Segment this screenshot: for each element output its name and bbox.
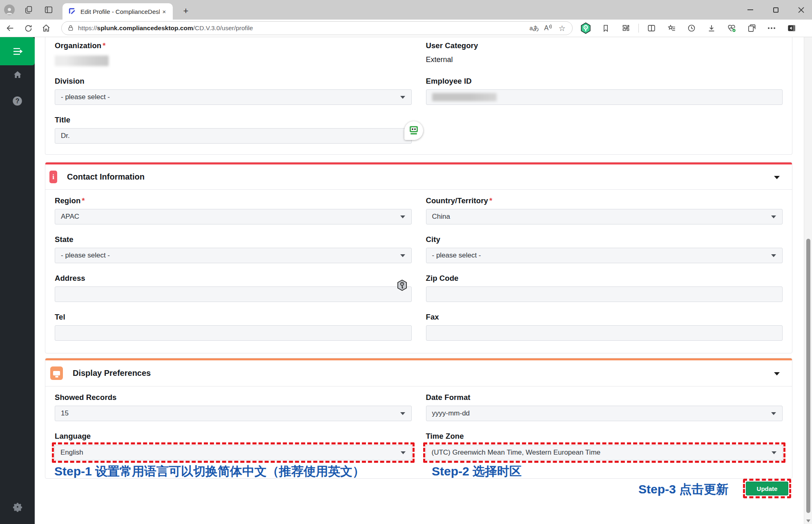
employee-id-field[interactable] bbox=[426, 89, 783, 105]
dropdown-caret-icon bbox=[771, 412, 776, 415]
extensions-puzzle-icon[interactable] bbox=[618, 21, 634, 35]
zip-code-input[interactable] bbox=[426, 286, 783, 302]
display-section-header[interactable]: Display Preferences bbox=[45, 360, 792, 386]
roboform-autofill-icon[interactable] bbox=[404, 121, 423, 140]
workspaces-icon[interactable] bbox=[24, 4, 34, 15]
back-button[interactable] bbox=[2, 21, 18, 35]
collections-icon[interactable] bbox=[743, 21, 760, 35]
copilot-sidebar-icon[interactable] bbox=[783, 21, 800, 35]
sidebar-home-button[interactable] bbox=[0, 70, 35, 80]
contact-section-header[interactable]: i Contact Information bbox=[45, 164, 792, 189]
dropdown-caret-icon bbox=[400, 412, 405, 415]
url-text[interactable]: https://splunk.compliancedesktop.com/CD.… bbox=[78, 24, 527, 32]
monitor-icon bbox=[50, 366, 63, 380]
compliancedesktop-favicon bbox=[68, 7, 76, 16]
dropdown-caret-icon bbox=[771, 215, 776, 218]
step3-annotation: Step-3 点击更新 bbox=[638, 481, 728, 498]
display-section-title: Display Preferences bbox=[73, 369, 151, 378]
tel-label: Tel bbox=[55, 313, 412, 322]
scrollbar-down-arrow[interactable] bbox=[806, 520, 810, 522]
roboform-extension-icon[interactable] bbox=[578, 21, 594, 35]
collapse-chevron-icon[interactable] bbox=[774, 372, 780, 375]
fax-label: Fax bbox=[426, 313, 783, 322]
refresh-button[interactable] bbox=[20, 21, 36, 35]
language-select[interactable]: English bbox=[54, 445, 412, 460]
update-button[interactable]: Update bbox=[746, 482, 788, 495]
date-format-select[interactable]: yyyy-mm-dd bbox=[426, 406, 783, 421]
timezone-label: Time Zone bbox=[426, 432, 783, 441]
collapse-chevron-icon[interactable] bbox=[774, 176, 780, 179]
window-maximize-button[interactable] bbox=[770, 4, 781, 15]
update-highlight-box: Update bbox=[743, 479, 791, 498]
profile-avatar[interactable] bbox=[4, 4, 15, 15]
dropdown-caret-icon bbox=[771, 254, 776, 257]
contact-section-title: Contact Information bbox=[67, 172, 145, 182]
svg-text:?: ? bbox=[16, 98, 20, 104]
title-input[interactable] bbox=[55, 128, 412, 144]
browser-toolbar: https://splunk.compliancedesktop.com/CD.… bbox=[0, 20, 812, 37]
employee-id-value-redacted bbox=[432, 93, 497, 101]
dropdown-caret-icon bbox=[401, 451, 406, 454]
hamburger-menu-icon bbox=[11, 46, 24, 57]
browser-essentials-icon[interactable] bbox=[723, 21, 740, 35]
browser-tab[interactable]: Edit Profile - ComplianceDesktop × bbox=[62, 3, 173, 20]
contact-information-card: i Contact Information Region* APAC Count… bbox=[45, 162, 792, 353]
tel-input[interactable] bbox=[55, 325, 412, 341]
required-asterisk: * bbox=[489, 196, 492, 205]
region-select[interactable]: APAC bbox=[55, 209, 412, 224]
country-select[interactable]: China bbox=[426, 209, 783, 224]
showed-records-label: Showed Records bbox=[55, 393, 412, 402]
organization-label: Organization* bbox=[55, 41, 412, 50]
dropdown-caret-icon bbox=[772, 451, 776, 454]
city-label: City bbox=[426, 235, 783, 244]
timezone-select[interactable]: (UTC) Greenwich Mean Time, Western Europ… bbox=[426, 445, 783, 460]
home-icon bbox=[12, 70, 23, 80]
more-options-icon[interactable] bbox=[763, 21, 780, 35]
url-domain: splunk.compliancedesktop.com bbox=[97, 24, 193, 31]
city-select[interactable]: - please select - bbox=[426, 248, 783, 263]
window-close-button[interactable] bbox=[796, 4, 806, 15]
address-bar[interactable]: https://splunk.compliancedesktop.com/CD.… bbox=[61, 21, 573, 35]
new-tab-button[interactable]: + bbox=[180, 5, 192, 17]
employee-id-label: Employee ID bbox=[426, 77, 783, 86]
sidebar-menu-button[interactable] bbox=[0, 37, 35, 65]
home-button[interactable] bbox=[38, 21, 54, 35]
sidebar-help-button[interactable]: ? bbox=[0, 95, 35, 107]
page-scrollbar[interactable] bbox=[804, 37, 812, 524]
read-aloud-icon[interactable]: A bbox=[541, 22, 555, 34]
bookmark-icon[interactable] bbox=[598, 21, 614, 35]
showed-records-select[interactable]: 15 bbox=[55, 406, 412, 421]
scrollbar-thumb[interactable] bbox=[806, 239, 810, 513]
fax-input[interactable] bbox=[426, 325, 783, 341]
info-icon: i bbox=[49, 171, 57, 183]
help-icon: ? bbox=[12, 95, 23, 107]
division-select[interactable]: - please select - bbox=[55, 89, 412, 105]
favorites-icon[interactable] bbox=[663, 21, 680, 35]
region-label: Region* bbox=[55, 196, 412, 205]
country-label: Country/Territory* bbox=[426, 196, 783, 205]
sidebar-settings-button[interactable] bbox=[0, 502, 35, 512]
gear-icon bbox=[12, 502, 23, 512]
roboform-key-icon[interactable] bbox=[397, 280, 408, 293]
dropdown-caret-icon bbox=[400, 96, 405, 99]
app-sidebar: ? bbox=[0, 37, 35, 524]
url-scheme: https:// bbox=[78, 24, 97, 31]
url-path: /CD.V.3.0/user/profile bbox=[193, 24, 253, 31]
step2-annotation: Step-2 选择时区 bbox=[432, 463, 522, 480]
history-icon[interactable] bbox=[683, 21, 700, 35]
state-select[interactable]: - please select - bbox=[55, 248, 412, 263]
translate-icon[interactable]: aあ bbox=[527, 22, 541, 34]
language-label: Language bbox=[55, 432, 412, 441]
vertical-tabs-icon[interactable] bbox=[43, 4, 54, 15]
favorite-star-icon[interactable]: ☆ bbox=[555, 22, 569, 34]
split-screen-icon[interactable] bbox=[643, 21, 660, 35]
required-asterisk: * bbox=[82, 196, 85, 205]
address-input[interactable] bbox=[55, 286, 412, 302]
dropdown-caret-icon bbox=[400, 254, 405, 257]
tab-close-icon[interactable]: × bbox=[160, 7, 169, 16]
state-label: State bbox=[55, 235, 412, 244]
window-minimize-button[interactable] bbox=[745, 4, 756, 15]
organization-value-redacted bbox=[55, 56, 109, 66]
lock-icon bbox=[67, 24, 74, 32]
downloads-icon[interactable] bbox=[703, 21, 720, 35]
